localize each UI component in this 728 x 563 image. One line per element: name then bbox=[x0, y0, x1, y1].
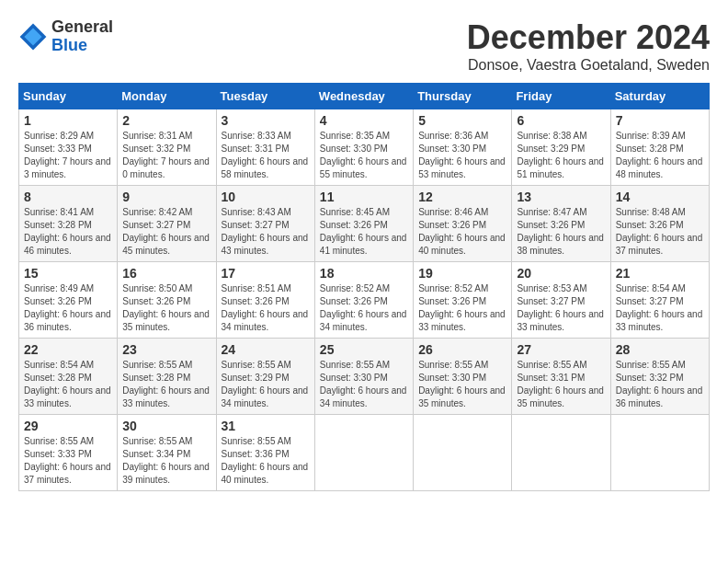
day-info: Sunrise: 8:33 AMSunset: 3:31 PMDaylight:… bbox=[222, 130, 310, 181]
day-cell-20: 20Sunrise: 8:53 AMSunset: 3:27 PMDayligh… bbox=[512, 262, 610, 339]
day-cell-30: 30Sunrise: 8:55 AMSunset: 3:34 PMDayligh… bbox=[118, 415, 216, 491]
day-number: 9 bbox=[122, 190, 210, 204]
empty-cell bbox=[314, 415, 413, 491]
day-info: Sunrise: 8:55 AMSunset: 3:36 PMDaylight:… bbox=[222, 435, 310, 487]
day-number: 31 bbox=[222, 419, 310, 433]
day-cell-5: 5Sunrise: 8:36 AMSunset: 3:30 PMDaylight… bbox=[414, 109, 512, 186]
header-day-wednesday: Wednesday bbox=[314, 84, 413, 109]
day-cell-15: 15Sunrise: 8:49 AMSunset: 3:26 PMDayligh… bbox=[19, 262, 118, 339]
day-cell-13: 13Sunrise: 8:47 AMSunset: 3:26 PMDayligh… bbox=[512, 186, 610, 262]
day-number: 3 bbox=[222, 113, 310, 128]
month-title: December 2024 bbox=[467, 18, 710, 57]
day-info: Sunrise: 8:36 AMSunset: 3:30 PMDaylight:… bbox=[418, 130, 506, 181]
day-number: 11 bbox=[320, 190, 408, 204]
header: General Blue December 2024 Donsoe, Vaest… bbox=[18, 18, 710, 74]
day-info: Sunrise: 8:53 AMSunset: 3:27 PMDaylight:… bbox=[517, 282, 605, 334]
day-info: Sunrise: 8:47 AMSunset: 3:26 PMDaylight:… bbox=[517, 206, 605, 258]
day-info: Sunrise: 8:43 AMSunset: 3:27 PMDaylight:… bbox=[222, 206, 310, 258]
day-cell-9: 9Sunrise: 8:42 AMSunset: 3:27 PMDaylight… bbox=[118, 186, 216, 262]
day-cell-29: 29Sunrise: 8:55 AMSunset: 3:33 PMDayligh… bbox=[19, 415, 118, 491]
header-day-tuesday: Tuesday bbox=[216, 84, 314, 109]
day-number: 26 bbox=[418, 342, 506, 357]
day-cell-3: 3Sunrise: 8:33 AMSunset: 3:31 PMDaylight… bbox=[216, 109, 314, 186]
header-day-saturday: Saturday bbox=[610, 84, 709, 109]
day-info: Sunrise: 8:55 AMSunset: 3:29 PMDaylight:… bbox=[222, 359, 310, 410]
day-info: Sunrise: 8:38 AMSunset: 3:29 PMDaylight:… bbox=[517, 130, 605, 181]
day-info: Sunrise: 8:54 AMSunset: 3:27 PMDaylight:… bbox=[616, 282, 704, 334]
day-cell-18: 18Sunrise: 8:52 AMSunset: 3:26 PMDayligh… bbox=[314, 262, 413, 339]
day-info: Sunrise: 8:48 AMSunset: 3:26 PMDaylight:… bbox=[616, 206, 704, 258]
day-number: 22 bbox=[24, 342, 112, 357]
day-cell-12: 12Sunrise: 8:46 AMSunset: 3:26 PMDayligh… bbox=[414, 186, 512, 262]
empty-cell bbox=[610, 415, 709, 491]
header-day-friday: Friday bbox=[512, 84, 610, 109]
day-cell-14: 14Sunrise: 8:48 AMSunset: 3:26 PMDayligh… bbox=[610, 186, 709, 262]
day-number: 17 bbox=[222, 266, 310, 281]
day-number: 16 bbox=[122, 266, 210, 281]
day-info: Sunrise: 8:55 AMSunset: 3:34 PMDaylight:… bbox=[122, 435, 210, 487]
day-number: 20 bbox=[517, 266, 605, 281]
week-row-5: 29Sunrise: 8:55 AMSunset: 3:33 PMDayligh… bbox=[19, 415, 710, 491]
day-number: 4 bbox=[320, 113, 408, 128]
day-info: Sunrise: 8:55 AMSunset: 3:33 PMDaylight:… bbox=[24, 435, 112, 487]
location-title: Donsoe, Vaestra Goetaland, Sweden bbox=[467, 57, 710, 74]
day-cell-8: 8Sunrise: 8:41 AMSunset: 3:28 PMDaylight… bbox=[19, 186, 118, 262]
week-row-1: 1Sunrise: 8:29 AMSunset: 3:33 PMDaylight… bbox=[19, 109, 710, 186]
day-info: Sunrise: 8:41 AMSunset: 3:28 PMDaylight:… bbox=[24, 206, 112, 258]
day-cell-7: 7Sunrise: 8:39 AMSunset: 3:28 PMDaylight… bbox=[610, 109, 709, 186]
empty-cell bbox=[512, 415, 610, 491]
day-cell-25: 25Sunrise: 8:55 AMSunset: 3:30 PMDayligh… bbox=[314, 339, 413, 415]
day-number: 14 bbox=[616, 190, 704, 204]
week-row-3: 15Sunrise: 8:49 AMSunset: 3:26 PMDayligh… bbox=[19, 262, 710, 339]
day-cell-28: 28Sunrise: 8:55 AMSunset: 3:32 PMDayligh… bbox=[610, 339, 709, 415]
day-info: Sunrise: 8:55 AMSunset: 3:30 PMDaylight:… bbox=[320, 359, 408, 410]
day-info: Sunrise: 8:52 AMSunset: 3:26 PMDaylight:… bbox=[320, 282, 408, 334]
day-number: 5 bbox=[418, 113, 506, 128]
empty-cell bbox=[414, 415, 512, 491]
logo: General Blue bbox=[18, 18, 113, 55]
day-cell-10: 10Sunrise: 8:43 AMSunset: 3:27 PMDayligh… bbox=[216, 186, 314, 262]
day-cell-17: 17Sunrise: 8:51 AMSunset: 3:26 PMDayligh… bbox=[216, 262, 314, 339]
day-info: Sunrise: 8:55 AMSunset: 3:32 PMDaylight:… bbox=[616, 359, 704, 410]
day-number: 28 bbox=[616, 342, 704, 357]
logo-icon bbox=[18, 22, 48, 52]
logo-text: General Blue bbox=[51, 18, 113, 55]
week-row-2: 8Sunrise: 8:41 AMSunset: 3:28 PMDaylight… bbox=[19, 186, 710, 262]
day-number: 19 bbox=[418, 266, 506, 281]
day-info: Sunrise: 8:42 AMSunset: 3:27 PMDaylight:… bbox=[122, 206, 210, 258]
day-info: Sunrise: 8:55 AMSunset: 3:31 PMDaylight:… bbox=[517, 359, 605, 410]
day-info: Sunrise: 8:55 AMSunset: 3:28 PMDaylight:… bbox=[122, 359, 210, 410]
day-cell-27: 27Sunrise: 8:55 AMSunset: 3:31 PMDayligh… bbox=[512, 339, 610, 415]
day-cell-4: 4Sunrise: 8:35 AMSunset: 3:30 PMDaylight… bbox=[314, 109, 413, 186]
day-number: 30 bbox=[122, 419, 210, 433]
day-info: Sunrise: 8:51 AMSunset: 3:26 PMDaylight:… bbox=[222, 282, 310, 334]
day-number: 2 bbox=[122, 113, 210, 128]
day-number: 23 bbox=[122, 342, 210, 357]
day-info: Sunrise: 8:52 AMSunset: 3:26 PMDaylight:… bbox=[418, 282, 506, 334]
day-number: 15 bbox=[24, 266, 112, 281]
day-number: 1 bbox=[24, 113, 112, 128]
week-row-4: 22Sunrise: 8:54 AMSunset: 3:28 PMDayligh… bbox=[19, 339, 710, 415]
day-number: 7 bbox=[616, 113, 704, 128]
header-day-sunday: Sunday bbox=[19, 84, 118, 109]
day-cell-26: 26Sunrise: 8:55 AMSunset: 3:30 PMDayligh… bbox=[414, 339, 512, 415]
day-number: 21 bbox=[616, 266, 704, 281]
header-day-monday: Monday bbox=[118, 84, 216, 109]
day-cell-11: 11Sunrise: 8:45 AMSunset: 3:26 PMDayligh… bbox=[314, 186, 413, 262]
day-cell-16: 16Sunrise: 8:50 AMSunset: 3:26 PMDayligh… bbox=[118, 262, 216, 339]
title-block: December 2024 Donsoe, Vaestra Goetaland,… bbox=[467, 18, 710, 74]
day-info: Sunrise: 8:45 AMSunset: 3:26 PMDaylight:… bbox=[320, 206, 408, 258]
day-number: 8 bbox=[24, 190, 112, 204]
day-number: 12 bbox=[418, 190, 506, 204]
day-cell-22: 22Sunrise: 8:54 AMSunset: 3:28 PMDayligh… bbox=[19, 339, 118, 415]
day-number: 25 bbox=[320, 342, 408, 357]
day-info: Sunrise: 8:46 AMSunset: 3:26 PMDaylight:… bbox=[418, 206, 506, 258]
day-number: 29 bbox=[24, 419, 112, 433]
day-info: Sunrise: 8:55 AMSunset: 3:30 PMDaylight:… bbox=[418, 359, 506, 410]
day-cell-2: 2Sunrise: 8:31 AMSunset: 3:32 PMDaylight… bbox=[118, 109, 216, 186]
header-row: SundayMondayTuesdayWednesdayThursdayFrid… bbox=[19, 84, 710, 109]
day-info: Sunrise: 8:39 AMSunset: 3:28 PMDaylight:… bbox=[616, 130, 704, 181]
day-info: Sunrise: 8:50 AMSunset: 3:26 PMDaylight:… bbox=[122, 282, 210, 334]
day-cell-31: 31Sunrise: 8:55 AMSunset: 3:36 PMDayligh… bbox=[216, 415, 314, 491]
day-number: 24 bbox=[222, 342, 310, 357]
